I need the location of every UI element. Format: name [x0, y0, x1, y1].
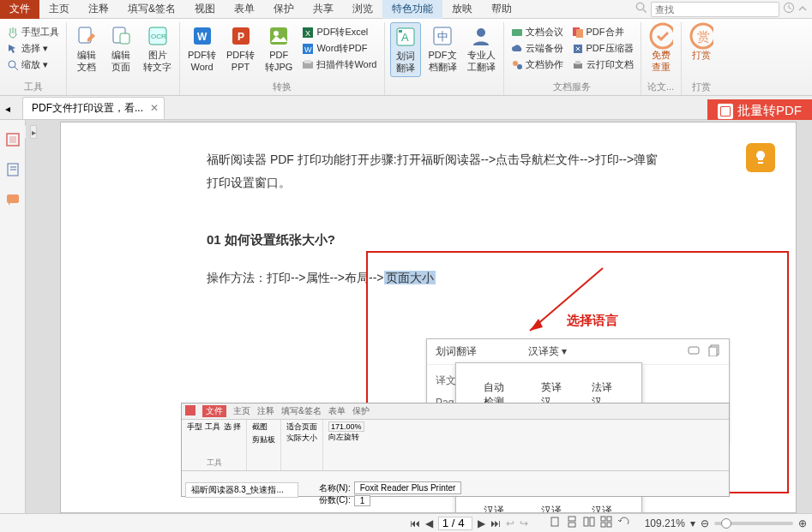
- edit-page-button[interactable]: 编辑 页面: [106, 22, 135, 75]
- view-facing-continuous-icon[interactable]: [600, 516, 612, 530]
- prev-page-button[interactable]: ◀: [425, 517, 433, 529]
- hand-tool[interactable]: 手型工具: [5, 25, 61, 39]
- pdf-to-word-button[interactable]: WPDF转 Word: [185, 22, 219, 75]
- human-translate-button[interactable]: 专业人 工翻译: [465, 22, 498, 75]
- document-tab-label: PDF文件打印设置，看...: [32, 102, 143, 114]
- close-tab-icon[interactable]: ✕: [150, 102, 159, 114]
- zoom-tool[interactable]: 缩放 ▾: [5, 57, 50, 72]
- menu-annotate[interactable]: 注释: [79, 0, 118, 19]
- lang-option[interactable]: 汉译日: [470, 499, 526, 513]
- bookmarks-icon[interactable]: [5, 162, 21, 180]
- doc-meeting-button[interactable]: 文档会议: [509, 25, 565, 39]
- pdf-to-jpg-button[interactable]: PDF 转JPG: [262, 22, 295, 75]
- zoom-slider[interactable]: [714, 522, 793, 525]
- document-tab[interactable]: PDF文件打印设置，看... ✕: [22, 97, 165, 119]
- pdf-compress-button[interactable]: PDF压缩器: [570, 41, 635, 56]
- menu-protect[interactable]: 保护: [264, 0, 304, 19]
- menu-home[interactable]: 主页: [39, 0, 79, 19]
- zoom-dropdown-icon[interactable]: ▾: [690, 517, 695, 529]
- pdf-merge-button[interactable]: PDF合并: [570, 25, 626, 39]
- menu-share[interactable]: 共享: [304, 0, 343, 19]
- group-docservice: 文档会议 云端备份 文档协作 PDF合并 PDF压缩器 云打印文档 文档服务: [504, 22, 641, 95]
- svg-text:P: P: [238, 31, 244, 43]
- menu-browse[interactable]: 浏览: [343, 0, 382, 19]
- view-continuous-icon[interactable]: [566, 516, 578, 530]
- doc-translate-button[interactable]: 中PDF文 档翻译: [426, 22, 460, 75]
- inner-expand-handle[interactable]: ▸: [30, 125, 37, 139]
- copy-icon[interactable]: [708, 344, 720, 359]
- svg-rect-48: [689, 347, 699, 354]
- collapse-ribbon-icon[interactable]: [798, 3, 807, 15]
- forward-button[interactable]: ↪: [520, 517, 528, 529]
- language-selector[interactable]: 汉译英 ▾: [528, 344, 567, 359]
- hint-button[interactable]: [746, 143, 775, 172]
- svg-point-0: [636, 3, 643, 9]
- thumbnails-icon[interactable]: [5, 132, 21, 150]
- search-input[interactable]: [651, 2, 779, 17]
- ocr-button[interactable]: OCR图片 转文字: [141, 22, 174, 75]
- edit-doc-button[interactable]: 编辑 文档: [72, 22, 101, 75]
- view-facing-icon[interactable]: [583, 516, 595, 530]
- menu-table[interactable]: 表单: [225, 0, 264, 19]
- group-translate-label: [390, 93, 498, 95]
- comments-icon[interactable]: [5, 192, 21, 210]
- doc-collab-button[interactable]: 文档协作: [509, 57, 565, 72]
- group-docservice-label: 文档服务: [509, 81, 635, 95]
- zoom-out-button[interactable]: ⊖: [701, 517, 709, 529]
- svg-rect-32: [576, 29, 583, 38]
- svg-line-4: [15, 67, 18, 70]
- inset-screenshot: 文件 主页 注释 填写&签名 表单 保护 手型 工具选 择 工具 截图剪贴板 适…: [181, 403, 730, 497]
- svg-text:OCR: OCR: [151, 33, 166, 40]
- first-page-button[interactable]: ⏮: [410, 517, 420, 529]
- svg-rect-35: [575, 61, 580, 64]
- inset-menu: 注释: [257, 405, 274, 417]
- speak-icon[interactable]: [688, 344, 701, 359]
- svg-rect-7: [120, 33, 129, 44]
- highlighted-text: 页面大小: [384, 271, 436, 284]
- zoom-in-button[interactable]: ⊕: [798, 517, 807, 529]
- batch-convert-pdf-button[interactable]: 批量转PDF: [707, 99, 812, 123]
- menu-file[interactable]: 文件: [0, 0, 39, 19]
- group-edit: 编辑 文档 编辑 页面 OCR图片 转文字: [67, 22, 180, 95]
- group-tools: 手型工具 选择 ▾ 缩放 ▾ 工具: [0, 22, 67, 95]
- menu-help[interactable]: 帮助: [482, 0, 521, 19]
- pdf-to-excel-button[interactable]: XPDF转Excel: [300, 25, 370, 39]
- popup-result-label: 译文: [436, 374, 456, 388]
- cloud-print-button[interactable]: 云打印文档: [570, 57, 635, 72]
- lang-option[interactable]: 汉译德: [578, 499, 628, 513]
- svg-text:W: W: [304, 45, 312, 54]
- word-to-pdf-button[interactable]: WWord转PDF: [300, 41, 369, 56]
- cloud-backup-button[interactable]: 云端备份: [509, 41, 565, 56]
- ribbon: 手型工具 选择 ▾ 缩放 ▾ 工具 编辑 文档 编辑 页面 OCR图片 转文字 …: [0, 19, 812, 96]
- menu-fill-sign[interactable]: 填写&签名: [118, 0, 185, 19]
- reward-button[interactable]: 赏打赏: [687, 22, 716, 63]
- menu-view[interactable]: 视图: [185, 0, 225, 19]
- svg-rect-55: [590, 517, 594, 526]
- svg-rect-45: [758, 162, 763, 164]
- select-tool[interactable]: 选择 ▾: [5, 41, 50, 56]
- svg-rect-59: [607, 523, 611, 527]
- back-button[interactable]: ↩: [506, 517, 514, 529]
- prev-tab-icon[interactable]: ◂: [5, 103, 10, 115]
- last-page-button[interactable]: ⏭: [490, 517, 501, 529]
- free-dupcheck-button[interactable]: 免费 查重: [647, 22, 676, 75]
- menu-special-features[interactable]: 特色功能: [382, 0, 442, 19]
- history-icon[interactable]: [783, 2, 795, 16]
- menu-play[interactable]: 放映: [442, 0, 482, 19]
- selection-translate-button[interactable]: A划词 翻译: [390, 22, 421, 77]
- search-icon[interactable]: [635, 2, 647, 16]
- view-single-icon[interactable]: [549, 516, 561, 530]
- annotation-arrow: [517, 264, 611, 341]
- pdf-to-ppt-button[interactable]: PPDF转 PPT: [224, 22, 257, 75]
- next-page-button[interactable]: ▶: [478, 517, 485, 529]
- svg-point-27: [477, 28, 485, 37]
- group-reward: 赏打赏 打赏: [682, 22, 721, 95]
- group-dupcheck-label: 论文...: [647, 81, 676, 95]
- group-edit-label: [72, 93, 174, 95]
- rotate-icon[interactable]: [617, 516, 629, 530]
- page-input[interactable]: [438, 517, 472, 530]
- svg-rect-53: [568, 523, 575, 527]
- lang-option[interactable]: 汉译韩: [527, 499, 577, 513]
- scan-to-word-button[interactable]: 扫描件转Word: [300, 57, 378, 72]
- inset-menu: 填写&签名: [281, 405, 322, 417]
